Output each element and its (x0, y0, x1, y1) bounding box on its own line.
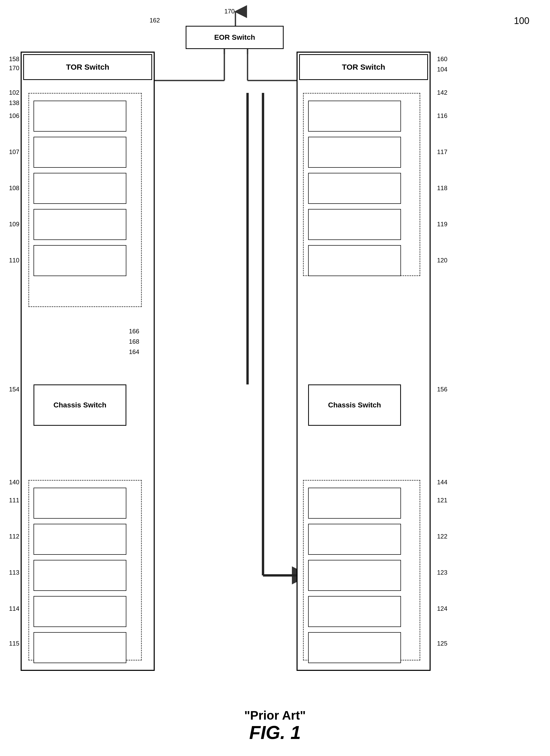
ref-123-label: 123 (437, 569, 447, 576)
ref-121-label: 121 (437, 497, 447, 504)
chassis-switch-right-box: Chassis Switch (308, 384, 401, 426)
chassis-switch-left-label: Chassis Switch (53, 401, 106, 409)
ref-110-label: 110 (9, 257, 19, 264)
ref-142-label: 142 (437, 89, 447, 96)
eor-switch-label: EOR Switch (214, 33, 255, 42)
ref-113-label: 113 (9, 569, 19, 576)
ref-114-label: 114 (9, 605, 19, 612)
ref-125-label: 125 (437, 640, 447, 647)
ref-122-label: 122 (437, 533, 447, 540)
ref-170-label: 170 (224, 8, 235, 15)
server-111 (34, 488, 126, 519)
server-120 (308, 245, 401, 276)
ref-144-label: 144 (437, 479, 447, 486)
ref-109-label: 109 (9, 221, 19, 228)
ref-168-label: 168 (129, 338, 139, 345)
server-125 (308, 632, 401, 663)
ref-106-label: 106 (9, 112, 19, 119)
server-106 (34, 101, 126, 132)
ref-120-label: 120 (437, 257, 447, 264)
chassis-switch-left-box: Chassis Switch (34, 384, 126, 426)
tor-switch-left-box: TOR Switch (23, 54, 152, 80)
server-108 (34, 173, 126, 204)
server-123 (308, 560, 401, 591)
ref-162-label: 162 (150, 17, 160, 24)
ref-116-label: 116 (437, 112, 447, 119)
caption-prior-art: "Prior Art" (0, 708, 550, 722)
ref-166-label: 166 (129, 328, 139, 335)
server-116 (308, 101, 401, 132)
server-107 (34, 137, 126, 168)
caption-fig: FIG. 1 (0, 722, 550, 743)
server-124 (308, 596, 401, 627)
ref-117-label: 117 (437, 148, 447, 156)
tor-switch-right-box: TOR Switch (299, 54, 428, 80)
server-115 (34, 632, 126, 663)
server-122 (308, 524, 401, 555)
eor-switch-box: EOR Switch (186, 26, 283, 49)
server-113 (34, 560, 126, 591)
tor-switch-right-label: TOR Switch (342, 63, 385, 71)
ref-140-label: 140 (9, 479, 19, 486)
ref-154-label: 154 (9, 386, 19, 393)
ref-118-label: 118 (437, 184, 447, 192)
server-109 (34, 209, 126, 240)
server-110 (34, 245, 126, 276)
ref-138-label: 138 (9, 99, 19, 107)
ref-112-label: 112 (9, 533, 19, 540)
ref-158-label: 158 (9, 55, 19, 63)
server-114 (34, 596, 126, 627)
ref-102-label: 102 (9, 89, 19, 96)
server-118 (308, 173, 401, 204)
ref-124-label: 124 (437, 605, 447, 612)
server-121 (308, 488, 401, 519)
ref-107-label: 107 (9, 148, 19, 156)
server-119 (308, 209, 401, 240)
ref-164-label: 164 (129, 348, 139, 356)
ref-170-left-label: 170 (9, 65, 19, 72)
ref-156-label: 156 (437, 386, 447, 393)
ref-119-label: 119 (437, 221, 447, 228)
ref-100-label: 100 (514, 15, 529, 26)
tor-switch-left-label: TOR Switch (66, 63, 109, 71)
diagram-container: EOR Switch 100 162 170 TOR Switch 158 17… (0, 0, 550, 756)
server-112 (34, 524, 126, 555)
ref-160-label: 160 (437, 55, 447, 63)
server-117 (308, 137, 401, 168)
chassis-switch-right-label: Chassis Switch (328, 401, 381, 409)
ref-115-label: 115 (9, 640, 19, 647)
ref-111-label: 111 (9, 497, 19, 504)
ref-108-label: 108 (9, 184, 19, 192)
ref-104-label: 104 (437, 66, 447, 73)
